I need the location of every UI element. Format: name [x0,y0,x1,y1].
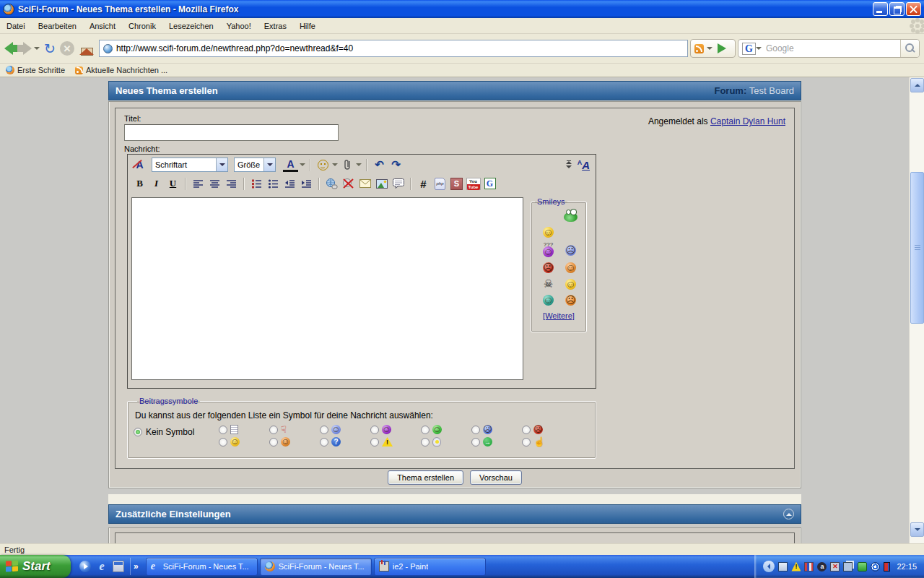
internet-explorer-icon[interactable]: e [96,561,108,572]
google-video-icon[interactable]: G [482,176,497,191]
post-icon-option[interactable]: → [471,437,522,447]
insert-email-icon[interactable] [357,176,372,191]
italic-icon[interactable]: I [149,176,164,191]
taskbar-window-ie[interactable]: e SciFi-Forum - Neues T... [146,558,258,576]
radio[interactable] [370,438,379,447]
post-icon-option[interactable] [269,437,320,447]
radio-no-icon[interactable] [134,428,142,436]
php-icon[interactable]: php [432,176,448,191]
post-icon-option[interactable] [522,437,572,447]
post-icon-option[interactable]: ? [320,437,370,447]
underline-icon[interactable]: U [165,176,180,191]
display-settings-tray-icon[interactable] [804,562,814,571]
radio[interactable] [421,438,430,447]
remove-format-icon[interactable]: A [132,158,147,172]
radio[interactable] [471,438,480,447]
create-thread-button[interactable]: Thema erstellen [388,470,463,485]
forward-history-dropdown[interactable] [34,47,40,53]
bookmark-erste-schritte[interactable]: Erste Schritte [6,66,65,74]
post-icon-option[interactable] [370,425,421,434]
radio[interactable] [370,426,379,434]
bookmark-label[interactable]: Erste Schritte [17,66,65,74]
back-button[interactable] [4,42,13,55]
insert-quote-icon[interactable] [391,176,406,191]
radio[interactable] [471,426,480,434]
outdent-icon[interactable] [282,176,297,191]
quick-launch-overflow-icon[interactable]: » [131,561,141,571]
url-dropdown[interactable] [707,47,712,53]
radio[interactable] [320,426,328,434]
editor-resize-icon[interactable] [566,161,572,168]
menu-datei[interactable]: Datei [0,20,32,33]
url-bar[interactable]: http://www.scifi-forum.de/newthread.php?… [99,40,688,57]
align-center-icon[interactable] [207,176,222,191]
smiley-insert-icon[interactable] [315,158,331,172]
smiley-dropdown[interactable] [332,163,338,169]
insert-image-icon[interactable] [374,176,389,191]
post-icon-option[interactable] [421,437,471,447]
forward-button[interactable] [23,42,32,55]
smiley-confused-icon[interactable]: ??? [543,243,554,257]
antivirus-tray-icon[interactable]: a [817,562,827,571]
ethernet-tray-icon[interactable] [858,562,867,571]
attachment-dropdown[interactable] [356,163,362,169]
post-icon-option[interactable] [421,425,471,434]
radio[interactable] [421,426,430,434]
scroll-down-button[interactable] [910,522,924,537]
editor-mode-toggle-icon[interactable]: AA [578,159,590,171]
ordered-list-icon[interactable]: 1 2 3 [249,176,264,191]
menu-lesezeichen[interactable]: Lesezeichen [162,20,220,33]
font-color-icon[interactable]: A [283,158,298,172]
wireless-tray-icon[interactable] [871,562,880,571]
stop-button[interactable]: ✕ [60,41,74,56]
smiley-smile-icon[interactable] [543,227,554,238]
start-button[interactable]: Start [0,555,71,578]
tray-collapse-icon[interactable] [763,561,775,572]
rss-icon[interactable] [694,44,704,53]
post-icon-option[interactable] [471,425,522,434]
minimize-button[interactable] [873,2,888,16]
smiley-mad-icon[interactable] [543,262,554,273]
font-color-dropdown[interactable] [300,163,305,169]
home-button[interactable] [79,43,94,54]
vertical-scrollbar[interactable] [909,77,924,543]
menu-hilfe[interactable]: Hilfe [293,20,322,33]
smiley-wink-icon[interactable] [565,279,576,290]
username-link[interactable]: Captain Dylan Hunt [710,116,785,126]
smiley-frog-icon[interactable] [564,212,578,222]
undo-icon[interactable]: ↶ [372,158,387,172]
smiley-biggrin-icon[interactable] [543,295,554,306]
no-icon-option[interactable]: Kein Symbol [134,425,219,437]
search-bar[interactable]: G Google [738,39,920,58]
unordered-list-icon[interactable] [266,176,281,191]
taskbar-window-firefox[interactable]: SciFi-Forum - Neues T... [260,558,372,576]
attachment-icon[interactable] [339,158,354,172]
radio[interactable] [269,438,278,447]
search-engine-dropdown[interactable] [756,47,762,53]
radio[interactable] [522,438,531,447]
radio[interactable] [219,426,227,434]
post-icon-option[interactable]: ! [370,437,421,447]
dual-monitor-tray-icon[interactable] [843,562,853,571]
forum-name[interactable]: Test Board [749,85,794,96]
scrollbar-thumb[interactable] [910,172,924,324]
radio[interactable] [219,438,227,447]
search-icon[interactable] [900,40,919,57]
menu-ansicht[interactable]: Ansicht [83,20,122,33]
align-right-icon[interactable] [224,176,239,191]
smiley-shocked-icon[interactable] [565,245,576,256]
smiley-yawn-icon[interactable] [565,295,576,306]
youtube-icon[interactable]: YouTube [466,176,481,191]
preview-button[interactable]: Vorschau [470,470,522,485]
reload-button[interactable]: ↻ [42,42,58,56]
battery-tray-icon[interactable] [884,562,890,571]
taskbar-window-paint[interactable]: ie2 - Paint [374,558,486,576]
insert-link-icon[interactable] [324,176,339,191]
search-placeholder[interactable]: Google [762,43,900,53]
bookmark-label[interactable]: Aktuelle Nachrichten ... [86,66,167,74]
network-monitor-tray-icon[interactable] [778,562,788,571]
radio[interactable] [320,438,328,447]
post-icon-option[interactable] [522,425,572,434]
bold-icon[interactable]: B [132,176,147,191]
smiley-embarrassed-icon[interactable] [565,262,576,273]
